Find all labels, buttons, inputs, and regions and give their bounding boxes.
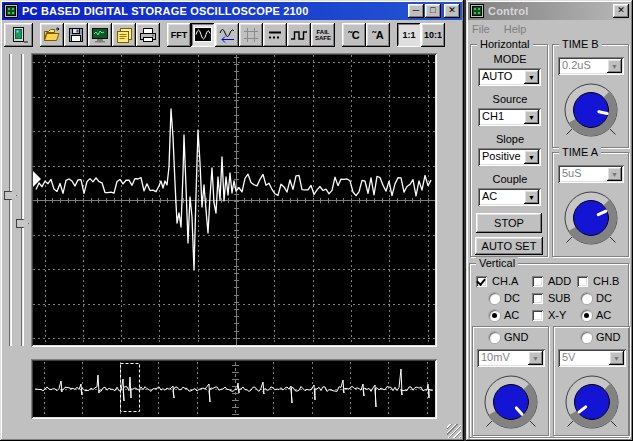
window-title: PC BASED DIGITAL STORAGE OSCILLOSCOPE 21…: [22, 5, 407, 17]
couple-combobox[interactable]: AC ▼: [478, 188, 541, 206]
xy-checkbox[interactable]: [532, 310, 543, 321]
time-a-knob[interactable]: [560, 187, 622, 249]
main-titlebar[interactable]: PC BASED DIGITAL STORAGE OSCILLOSCOPE 21…: [2, 2, 462, 20]
grid-button[interactable]: [239, 23, 263, 47]
slope-dropdown-arrow-icon[interactable]: ▼: [524, 150, 539, 164]
couple-dropdown-arrow-icon[interactable]: ▼: [524, 190, 539, 204]
ch-b-range-value: 5V: [562, 351, 575, 363]
ch-a-range-combobox[interactable]: 10mV ▼: [477, 349, 545, 367]
ch-a-checkbox[interactable]: [476, 276, 487, 287]
source-value: CH1: [482, 110, 504, 122]
line-style-icon: [267, 28, 283, 42]
monitor-icon: [91, 27, 109, 43]
open-button[interactable]: [40, 23, 64, 47]
waveform-display-button[interactable]: [191, 23, 215, 47]
menu-file[interactable]: File: [472, 23, 490, 35]
overview-strip[interactable]: [33, 361, 435, 417]
time-b-combobox[interactable]: 0.2uS ▼: [558, 57, 624, 75]
time-a-group: TIME A 5uS ▼: [552, 152, 629, 257]
time-b-dropdown-arrow-icon[interactable]: ▼: [607, 59, 622, 73]
fail-safe-label-2: SAFE: [315, 35, 331, 41]
ch-a-position-slider-track[interactable]: [9, 54, 12, 346]
ratio-10-1-button[interactable]: 10:1: [421, 23, 445, 47]
control-window: Control ✕ File Help Horizontal MODE AUTO…: [466, 0, 633, 441]
add-checkbox[interactable]: [532, 276, 543, 287]
oscilloscope-window: PC BASED DIGITAL STORAGE OSCILLOSCOPE 21…: [0, 0, 464, 441]
ch-b-range-dropdown-arrow-icon[interactable]: ▼: [609, 351, 624, 365]
notes-button[interactable]: [112, 23, 136, 47]
time-a-dropdown-arrow-icon[interactable]: ▼: [607, 167, 622, 181]
ch-a-range-dropdown-arrow-icon[interactable]: ▼: [528, 351, 543, 365]
horizontal-group: Horizontal MODE AUTO ▼ Source CH1 ▼ Slop…: [470, 44, 548, 257]
time-b-value: 0.2uS: [562, 59, 591, 71]
source-dropdown-arrow-icon[interactable]: ▼: [524, 110, 539, 124]
overview-strip-frame: [31, 359, 437, 419]
save-floppy-icon: [68, 27, 84, 43]
fft-button[interactable]: FFT: [167, 23, 191, 47]
ch-b-gain-knob[interactable]: [561, 371, 623, 433]
control-close-button[interactable]: ✕: [613, 4, 629, 18]
ch-a-label: CH.A: [492, 275, 518, 287]
time-b-knob[interactable]: [560, 79, 622, 141]
ch-b-dc-radio[interactable]: [581, 293, 592, 304]
exit-button[interactable]: [4, 23, 33, 47]
ch-b-gnd-label: GND: [596, 331, 620, 343]
fft-label: FFT: [171, 30, 188, 40]
ch-b-range-combobox[interactable]: 5V ▼: [558, 349, 626, 367]
print-button[interactable]: [136, 23, 160, 47]
sub-checkbox[interactable]: [532, 293, 543, 304]
line-style-button[interactable]: [263, 23, 287, 47]
slope-combobox[interactable]: Positive ▼: [478, 148, 541, 166]
vertical-group-title: Vertical: [476, 257, 518, 269]
maximize-button[interactable]: □: [425, 4, 441, 18]
ch-b-position-slider-thumb[interactable]: [16, 219, 29, 228]
square-wave-button[interactable]: [287, 23, 311, 47]
ch-a-gain-knob[interactable]: [480, 371, 542, 433]
auto-set-button[interactable]: AUTO SET: [475, 237, 543, 255]
ch-a-dc-radio[interactable]: [489, 293, 500, 304]
scope-display[interactable]: [33, 55, 435, 345]
ch-b-checkbox[interactable]: [577, 276, 588, 287]
menubar: File Help: [472, 23, 540, 35]
ch-b-label: CH.B: [593, 275, 619, 287]
ratio-1-1-button[interactable]: 1:1: [397, 23, 421, 47]
ch-b-ac-label: AC: [596, 309, 611, 321]
scope-display-frame: [31, 53, 437, 347]
ch-a-ac-radio[interactable]: [489, 310, 500, 321]
minimize-button[interactable]: ─: [408, 4, 424, 18]
resize-grip[interactable]: [447, 424, 461, 438]
ch-b-panel: GND 5V ▼: [553, 326, 630, 436]
ratio-1-1-label: 1:1: [402, 30, 415, 40]
stop-button[interactable]: STOP: [476, 213, 542, 233]
open-folder-icon: [43, 27, 61, 43]
grid-icon: [243, 27, 259, 43]
ch-a-gnd-radio[interactable]: [489, 332, 500, 343]
mode-dropdown-arrow-icon[interactable]: ▼: [524, 70, 539, 84]
slope-value: Positive: [482, 150, 521, 162]
ch-a-dc-label: DC: [504, 292, 520, 304]
capture-button[interactable]: [88, 23, 112, 47]
time-a-combobox[interactable]: 5uS ▼: [558, 165, 624, 183]
ch-a-ac-label: AC: [504, 309, 519, 321]
ch-b-gnd-radio[interactable]: [581, 332, 592, 343]
close-button[interactable]: ✕: [444, 4, 460, 18]
sine-arrow-icon: [218, 27, 236, 43]
fail-safe-label-1: FAIL: [315, 29, 331, 35]
time-b-group-title: TIME B: [559, 38, 602, 50]
control-titlebar[interactable]: Control ✕: [468, 2, 631, 20]
source-combobox[interactable]: CH1 ▼: [478, 108, 541, 126]
ch-b-ac-radio[interactable]: [581, 310, 592, 321]
menu-help[interactable]: Help: [504, 23, 527, 35]
ch-a-position-slider-thumb[interactable]: [4, 191, 17, 200]
cal-a-button[interactable]: ˜A: [366, 23, 390, 47]
save-button[interactable]: [64, 23, 88, 47]
waveform-recall-button[interactable]: [215, 23, 239, 47]
square-wave-icon: [290, 28, 308, 42]
source-label: Source: [471, 93, 549, 105]
ch-b-position-slider-track[interactable]: [21, 54, 24, 346]
cal-c-button[interactable]: ˜C: [342, 23, 366, 47]
toolbar: FFT: [2, 21, 462, 48]
mode-combobox[interactable]: AUTO ▼: [478, 68, 541, 86]
waveform-icon: [194, 27, 212, 42]
fail-safe-button[interactable]: FAIL SAFE: [311, 23, 335, 47]
